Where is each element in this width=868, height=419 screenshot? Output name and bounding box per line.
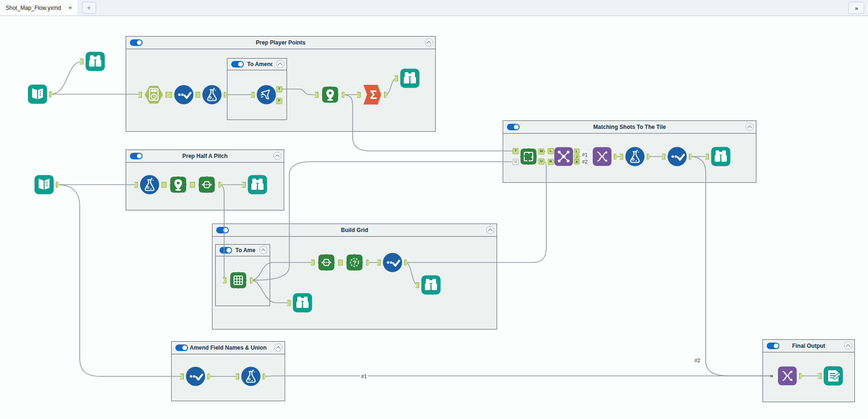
select-icon [667, 146, 687, 167]
polybuild-icon [316, 252, 337, 273]
join-1-out-anchor-J[interactable]: J [574, 154, 580, 159]
union-icon [592, 146, 612, 167]
points-icon [168, 174, 189, 195]
make-grid-1[interactable] [228, 270, 249, 291]
connection-label: #1 [581, 152, 589, 158]
formula-icon [625, 146, 645, 167]
poly-build-2[interactable] [316, 252, 337, 273]
sigma-icon: Σ [363, 85, 381, 105]
select-icon [382, 252, 403, 273]
filter-icon [256, 84, 277, 105]
connection-label: #2 [694, 358, 701, 364]
union-1[interactable]: » [592, 146, 612, 167]
formula-2[interactable] [139, 174, 160, 195]
summarize-1[interactable]: Σ [362, 84, 383, 105]
new-tab-button[interactable]: + [82, 2, 96, 14]
spatial-match-1-in-anchor-T[interactable]: T [513, 148, 519, 154]
browse-2[interactable] [400, 68, 420, 89]
makegrid-icon [228, 270, 249, 291]
browse-icon [85, 51, 106, 72]
union-icon [777, 366, 798, 386]
input-data-2[interactable] [34, 174, 54, 195]
browse-icon [400, 68, 420, 89]
spatial-match-1-out-anchor-U[interactable]: U [538, 158, 544, 165]
select-2[interactable] [382, 252, 403, 273]
spatial-match-1[interactable]: TUMU [518, 146, 539, 167]
select-icon [174, 84, 194, 105]
wire-select-4-to-union-2[interactable] [690, 157, 771, 376]
join-1-out-anchor-R[interactable]: R [574, 159, 580, 165]
formula-3[interactable] [625, 146, 645, 167]
tab-label: Shot_Map_Flow.yxmd [6, 5, 61, 11]
browse-icon [421, 275, 441, 295]
input-data-1[interactable] [27, 84, 48, 105]
workflow-canvas[interactable]: Prep Player PointsTo AmendPrep Half A Pi… [0, 0, 868, 419]
spatial-match-1-in-anchor-U[interactable]: U [513, 159, 519, 165]
formula-1[interactable] [202, 84, 222, 105]
wire-input-data-1-to-browse-1[interactable] [50, 61, 83, 94]
datetime-1[interactable] [143, 84, 164, 105]
select-3[interactable] [185, 366, 206, 387]
filter-1-out-anchor-T[interactable]: T [276, 86, 282, 92]
tab-shot-map-flow[interactable]: Shot_Map_Flow.yxmd × [0, 0, 78, 15]
output-data-1[interactable] [823, 366, 844, 386]
wire-make-grid-1-to-browse-4[interactable] [251, 280, 290, 303]
select-4[interactable] [667, 146, 687, 167]
browse-3[interactable] [247, 174, 268, 195]
formula-icon [241, 366, 261, 387]
spatial-info-1[interactable]: ? [344, 252, 365, 273]
browse-icon [710, 146, 731, 167]
browse-5[interactable] [421, 275, 441, 295]
datetime-icon [143, 84, 164, 105]
wire-input-data-2-to-select-3[interactable] [57, 185, 183, 376]
connection-label: #1 [360, 374, 368, 380]
close-tab-icon[interactable]: × [68, 5, 72, 11]
wire-filter-1:T-to-create-points-1[interactable] [280, 89, 317, 95]
spatialinfo-icon: ? [344, 252, 365, 273]
join-1[interactable]: LRLJR [553, 146, 574, 167]
formula-4[interactable] [241, 366, 261, 387]
spatial-match-1-out-anchor-M[interactable]: M [538, 149, 544, 155]
wire-select-2-to-browse-5[interactable] [405, 262, 418, 285]
filter-1-out-anchor-F[interactable]: F [276, 98, 282, 104]
filter-1[interactable]: TF [256, 84, 277, 105]
wire-select-2-to-join-1:R[interactable] [405, 162, 546, 262]
browse-1[interactable] [85, 51, 106, 72]
formula-icon [139, 174, 160, 195]
polybuild-icon [196, 174, 217, 195]
join-1-in-anchor-L[interactable]: L [548, 148, 554, 154]
tab-overflow-button[interactable]: » [848, 2, 864, 14]
join-1-in-anchor-R[interactable]: R [548, 159, 554, 165]
union-2[interactable]: » [777, 366, 798, 386]
browse-icon [292, 292, 313, 313]
create-points-2[interactable] [168, 174, 189, 195]
spatialmatch-icon [518, 146, 539, 167]
select-icon [185, 366, 206, 387]
tab-bar: Shot_Map_Flow.yxmd × + » [0, 0, 868, 16]
join-icon [553, 146, 574, 167]
poly-build-1[interactable] [196, 174, 217, 195]
wire-poly-build-1-to-make-grid-1[interactable] [219, 185, 224, 277]
select-1[interactable] [174, 84, 194, 105]
browse-4[interactable] [292, 292, 313, 313]
wire-formula-4-to-union-2[interactable] [264, 376, 771, 376]
points-icon [320, 84, 340, 105]
svg-text:?: ? [353, 259, 356, 266]
input-icon [27, 84, 48, 105]
formula-icon [202, 84, 222, 105]
output-icon [823, 366, 844, 386]
input-icon [34, 174, 54, 195]
join-1-out-anchor-L[interactable]: L [574, 149, 580, 154]
browse-6[interactable] [710, 146, 731, 167]
connection-label: #2 [581, 159, 589, 165]
union-2-collapsed-input-anchor[interactable]: » [770, 373, 773, 379]
create-points-1[interactable] [320, 84, 340, 105]
browse-icon [247, 174, 268, 195]
wires-layer [0, 0, 868, 419]
wire-make-grid-1-to-poly-build-2[interactable] [251, 262, 314, 280]
